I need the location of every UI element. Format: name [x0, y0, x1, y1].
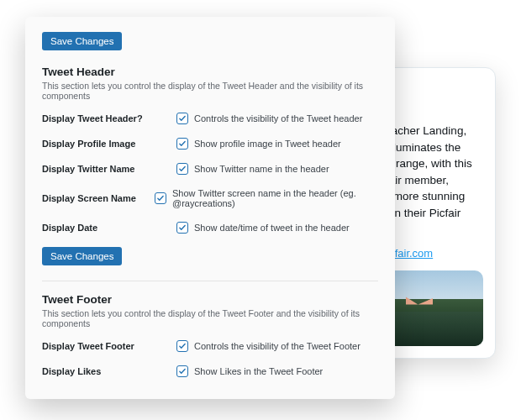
row-control: Controls the visibility of the Tweet Foo… — [176, 340, 360, 352]
row-control: Show profile image in Tweet header — [176, 138, 341, 150]
checkbox[interactable] — [155, 192, 166, 204]
row-text: Show Twitter name in the header — [194, 164, 329, 174]
row-control: Show Twitter name in the header — [176, 163, 329, 175]
row-label: Display Screen Name — [42, 193, 155, 203]
row-text: Show profile image in Tweet header — [194, 139, 341, 149]
checkbox[interactable] — [176, 222, 188, 234]
settings-row: Display LikesShow Likes in the Tweet Foo… — [42, 365, 378, 377]
row-control: Show Twitter screen name in the header (… — [155, 188, 378, 208]
checkbox[interactable] — [176, 113, 188, 124]
row-control: Controls the visibility of the Tweet hea… — [176, 113, 362, 124]
checkbox[interactable] — [176, 365, 188, 377]
row-label: Display Likes — [42, 366, 176, 376]
row-label: Display Date — [42, 223, 176, 233]
settings-row: Display Tweet Header?Controls the visibi… — [42, 113, 378, 124]
settings-row: Display DateShow date/time of tweet in t… — [42, 222, 378, 234]
settings-panel: Save Changes Tweet Header This section l… — [25, 17, 395, 399]
row-control: Show date/time of tweet in the header — [176, 222, 350, 234]
footer-section-desc: This section lets you control the displa… — [42, 308, 378, 328]
header-section-title: Tweet Header — [42, 66, 378, 78]
save-button[interactable]: Save Changes — [42, 247, 122, 265]
checkbox[interactable] — [176, 163, 188, 175]
row-label: Display Tweet Footer — [42, 341, 176, 351]
row-label: Display Twitter Name — [42, 164, 176, 174]
settings-row: Display Profile ImageShow profile image … — [42, 138, 378, 150]
settings-row: Display Screen NameShow Twitter screen n… — [42, 188, 378, 208]
divider — [42, 281, 378, 281]
row-text: Controls the visibility of the Tweet Foo… — [194, 341, 360, 351]
row-text: Show date/time of tweet in the header — [194, 223, 350, 233]
header-section-desc: This section lets you control the displa… — [42, 81, 378, 101]
row-label: Display Tweet Header? — [42, 113, 176, 123]
settings-row: Display Tweet FooterControls the visibil… — [42, 340, 378, 352]
settings-row: Display Twitter NameShow Twitter name in… — [42, 163, 378, 175]
row-text: Controls the visibility of the Tweet hea… — [194, 113, 362, 123]
checkbox[interactable] — [176, 138, 188, 150]
row-text: Show Likes in the Tweet Footer — [194, 366, 323, 376]
checkbox[interactable] — [176, 340, 188, 352]
footer-section-title: Tweet Footer — [42, 293, 378, 306]
row-text: Show Twitter screen name in the header (… — [172, 188, 378, 208]
save-button[interactable]: Save Changes — [42, 32, 122, 50]
row-label: Display Profile Image — [42, 139, 176, 149]
row-control: Show Likes in the Tweet Footer — [176, 365, 323, 377]
